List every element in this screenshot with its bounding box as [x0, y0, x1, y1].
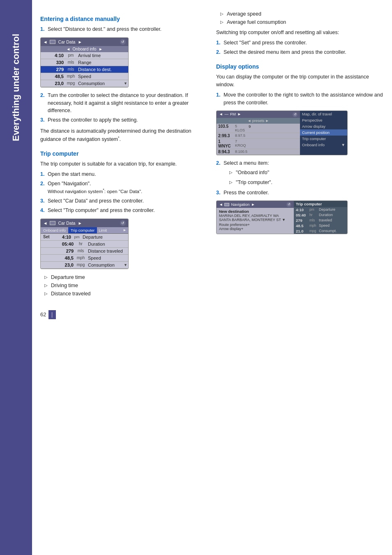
scroll-arrow-2: ▼ — [124, 263, 127, 267]
disp-subitems: "Onboard info" "Trip computer". — [225, 168, 384, 187]
nav-right-panel: Trip computer 4:10 pm Departure 05:40 hr… — [294, 201, 347, 234]
switch-note-2: Switching trip computer on/off and reset… — [216, 29, 384, 37]
refresh-icon: ↺ — [120, 39, 126, 45]
menu-item-3[interactable]: Arrow display — [300, 123, 347, 129]
tc-s3: 3. Select "Car Data" and press the contr… — [40, 197, 206, 205]
ed-steps: 1. Select "Distance to dest." and press … — [40, 25, 206, 33]
tab-more-arrow[interactable]: ► — [121, 227, 128, 233]
section-entering-distance-2: Entering a distance manually — [40, 16, 206, 22]
tc-s1: 1. Open the start menu. — [40, 170, 206, 178]
page-num-box: │ — [48, 310, 56, 319]
s1-range: 330mlsRange — [41, 59, 128, 66]
s1-header: ◄ Car Data ► ↺ — [41, 38, 128, 46]
ed-steps-2: 2. Turn the controller to select the dis… — [40, 92, 206, 124]
s2-speed: 48,5mphSpeed — [41, 255, 128, 262]
nav-right-row-2: 05:40 hr Duration — [294, 212, 347, 218]
disp-row-1: 103.5 5 KLOS 9 — [217, 124, 300, 133]
tc-s4: 4. Select "Trip computer" and press the … — [40, 207, 206, 214]
bullet-drv: Driving time — [44, 281, 206, 290]
switch-steps-2: 1. Select "Set" and press the controller… — [216, 39, 384, 56]
monitor-icon-s1 — [50, 40, 55, 44]
disp-row-4: 8:94.3 8:100.5 — [217, 149, 300, 155]
ed-step1: 1. Select "Distance to dest." and press … — [40, 25, 206, 33]
nav-map-icon — [224, 203, 229, 206]
sw-s2: 2. Select the desired menu item and pres… — [216, 48, 384, 56]
s1-speed: 48,5mphSpeed — [41, 73, 128, 80]
nav-left-panel: ◄ Navigation ► ↺ New destination MARINA … — [217, 201, 294, 234]
nav-refresh-icon: ↺ — [286, 202, 291, 207]
menu-item-4-current-pos[interactable]: Current position — [300, 129, 347, 136]
nav-screen: ◄ Navigation ► ↺ New destination MARINA … — [216, 200, 348, 234]
disp-data-area: 103.5 5 KLOS 9 2:99.3 8:97.5 1 WNYC 7 KR… — [217, 124, 300, 155]
bullet-avg-sp: Average speed — [220, 10, 384, 18]
nav-header: ◄ Navigation ► ↺ — [217, 201, 294, 208]
auto-note-2: The distance is automatically predetermi… — [40, 127, 206, 143]
sidebar-text: Everything under control — [11, 34, 21, 141]
ed-step3: 3. Press the controller to apply the set… — [40, 116, 206, 124]
tab-lim[interactable]: Limit — [97, 227, 108, 233]
nav-route: Route preference+ — [219, 223, 291, 227]
bullet-dst: Distance traveled — [44, 290, 206, 298]
disp-sub1: "Onboard info" — [229, 168, 384, 177]
s2-tab-bar: Onboard info Trip computer Limit ► — [41, 227, 128, 234]
tc-bullets-right: Average speed Average fuel consumption — [216, 10, 384, 26]
display-options-title: Display options — [216, 63, 384, 70]
disp-s2: 2. Select a menu item: "Onboard info" "T… — [216, 159, 384, 187]
trip-intro-2: The trip computer is suitable for a vaca… — [40, 160, 206, 168]
ed-step2: 2. Turn the controller to select the dis… — [40, 92, 206, 115]
nav-addr2: SANTA BARBARA, MONTERREY ST ▼ — [219, 218, 291, 222]
trip-computer-screen-2: ◄ Car Data ► ↺ Onboard info Trip compute… — [40, 219, 129, 269]
col-left: Entering a distance manually 1. Select "… — [32, 0, 212, 339]
tab-onboard[interactable]: Onboard info — [41, 227, 68, 233]
trip-computer-title: Trip computer — [40, 150, 206, 157]
s1-dist-dest: 279mlsDistance to dest. — [41, 66, 128, 73]
s2-consumption: 23,0mpgConsumption ▼ — [41, 262, 128, 269]
onboard-info-screen: ◄ Car Data ► ↺ ◄ Onboard info ► 4:10pmAr… — [40, 37, 129, 88]
nav-right-row-4: 48.5 mph Speed — [294, 223, 347, 228]
nav-right-row-3: 279 mls traveled — [294, 218, 347, 223]
scroll-arrow: ▼ — [124, 81, 127, 85]
s1-consumption: 23,0mpgConsumption ▼ — [41, 80, 128, 87]
sw-s1: 1. Select "Set" and press the controller… — [216, 39, 384, 47]
disp-s3: 3. Press the controller. — [216, 189, 384, 197]
s2-header: ◄ Car Data ► ↺ — [41, 219, 128, 227]
menu-item-2[interactable]: Perspective — [300, 117, 347, 123]
s2-dist-traveled: 279mlsDistance traveled — [41, 248, 128, 255]
page-layout: Everything under control Entering a dist… — [0, 0, 392, 555]
disp-row-3: 1 WNYC 7 KROQ — [217, 139, 300, 149]
menu-item-1[interactable]: Map, dir. of travel — [300, 111, 347, 117]
disp-presets: ◄ presets ► — [217, 118, 300, 124]
tc-s2: 2. Open "Navigation". Without navigation… — [40, 180, 206, 196]
display-options-screen: ◄ — FM ► ↺ ◄ presets ► 103.5 5 KLOS 9 — [216, 111, 348, 155]
s2-duration: 05:40hrDuration — [41, 241, 128, 248]
nav-arrow-display: Arrow display+ — [219, 227, 291, 231]
disp-header: ◄ — FM ► ↺ — [217, 111, 300, 118]
tc-steps-main: 1. Open the start menu. 2. Open "Navigat… — [40, 170, 206, 214]
menu-item-6[interactable]: Onboard info ▼ — [300, 142, 347, 148]
nav-right-title: Trip computer — [294, 201, 347, 207]
col-right: Average speed Average fuel consumption S… — [212, 0, 392, 339]
disp-s1: 1. Move the controller to the right to s… — [216, 91, 384, 107]
s1-subheader: ◄ Onboard info ► — [41, 46, 128, 52]
corner-icon-disp: ↺ — [293, 112, 297, 117]
nav-new-dest: New destination — [219, 209, 291, 214]
monitor-icon-s2 — [50, 221, 55, 225]
col-sidebar: Everything under control — [0, 0, 32, 555]
display-right-panel: Map, dir. of travel Perspective Arrow di… — [300, 111, 347, 155]
tab-trip[interactable]: Trip computer — [68, 227, 97, 233]
nav-addr1: MARINA DEL REY, ADMIRALTY WA — [219, 214, 291, 218]
tc-bullets-left: Departure time Driving time Distance tra… — [40, 273, 206, 298]
display-intro: You can display the computer or the trip… — [216, 73, 384, 89]
nav-dest-area: New destination MARINA DEL REY, ADMIRALT… — [217, 208, 294, 232]
set-row: Set 4:10 pm Departure — [41, 234, 128, 241]
disp-sub2: "Trip computer". — [229, 178, 384, 187]
page-num-text: 62 — [40, 311, 46, 318]
disp-row-2: 2:99.3 8:97.5 — [217, 133, 300, 139]
bullet-dep: Departure time — [44, 273, 206, 281]
display-steps-2-3: 2. Select a menu item: "Onboard info" "T… — [216, 159, 384, 197]
display-steps: 1. Move the controller to the right to s… — [216, 91, 384, 107]
display-left-panel: ◄ — FM ► ↺ ◄ presets ► 103.5 5 KLOS 9 — [217, 111, 300, 155]
page-number-area: 62 │ — [40, 310, 206, 319]
refresh-icon-2: ↺ — [120, 220, 126, 226]
menu-item-5[interactable]: Trip computer — [300, 136, 347, 142]
